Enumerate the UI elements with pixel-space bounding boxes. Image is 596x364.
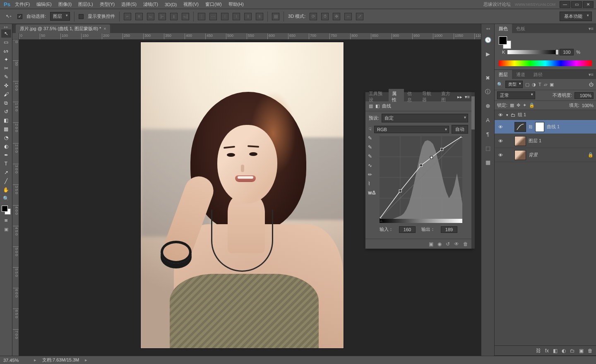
filter-smart-icon[interactable]: ▣ (550, 82, 554, 87)
distribute-4-icon[interactable]: ⫶ (233, 13, 240, 20)
workspace-switcher[interactable]: 基本功能 (560, 12, 592, 21)
dock-char-icon[interactable]: A (483, 115, 493, 125)
distribute-6-icon[interactable]: ⫵ (256, 13, 263, 20)
align-top-icon[interactable]: ⌐ (124, 13, 131, 20)
output-field[interactable]: 189 (441, 226, 457, 233)
properties-scrollbar[interactable] (471, 92, 475, 249)
delete-adjustment-icon[interactable]: 🗑 (463, 241, 468, 247)
zoom-field[interactable]: 37.45% (3, 358, 28, 363)
dock-wheel-icon[interactable]: ☸ (483, 101, 493, 111)
clip-histogram-icon[interactable]: ᴡΔ (368, 190, 376, 196)
show-transform-checkbox[interactable] (79, 14, 84, 19)
align-vcenter-icon[interactable]: ≡ (135, 13, 143, 20)
3d-zoom-icon[interactable]: ⤢ (356, 13, 363, 20)
tab-navigator[interactable]: 导航器 (419, 89, 438, 105)
filter-type-icon[interactable]: T (538, 82, 541, 87)
quick-select-tool[interactable]: ✦ (1, 55, 11, 64)
window-minimize[interactable]: — (560, 1, 570, 8)
quick-mask-icon[interactable]: ◙ (1, 216, 11, 224)
3d-slide-icon[interactable]: ↔ (344, 13, 352, 20)
menu-3d[interactable]: 3D(D) (161, 1, 180, 8)
new-group-icon[interactable]: 🗀 (570, 348, 575, 354)
zoom-tool[interactable]: 🔍 (1, 194, 11, 203)
filter-toggle-icon[interactable]: ⏻ (589, 82, 594, 87)
layer-thumb[interactable] (514, 136, 526, 146)
auto-select-dropdown[interactable]: 图层 (50, 12, 70, 21)
panel-collapse-icon[interactable]: ▸▸ (457, 94, 462, 100)
3d-orbit-icon[interactable]: ⟳ (310, 13, 317, 20)
view-previous-icon[interactable]: ◉ (437, 241, 442, 247)
align-left-icon[interactable]: |⌐ (159, 13, 166, 20)
filter-pixel-icon[interactable]: ▢ (525, 82, 529, 87)
link-icon[interactable]: ⛓ (529, 125, 533, 129)
visibility-toggle[interactable]: 👁 (497, 125, 504, 129)
expand-status-icon[interactable]: ▸ (34, 357, 36, 363)
dock-swatch-icon[interactable]: ▦ (483, 157, 493, 167)
toggle-visibility-icon[interactable]: 👁 (454, 241, 459, 247)
ruler-origin[interactable] (12, 33, 19, 40)
distribute-5-icon[interactable]: ⫴ (244, 13, 252, 20)
tab-histogram[interactable]: 直方图 (438, 89, 457, 105)
edit-points-icon[interactable]: ∿ (368, 163, 376, 168)
blend-mode-dropdown[interactable]: 正常 (497, 91, 535, 99)
menu-image[interactable]: 图像(I) (55, 0, 75, 9)
new-adjustment-icon[interactable]: ◐ (562, 348, 566, 354)
blur-tool[interactable]: ◔ (1, 134, 11, 142)
targeted-adjust-icon[interactable]: ☟ (369, 127, 372, 132)
history-brush-tool[interactable]: ↺ (1, 108, 11, 116)
tab-properties[interactable]: 属性 (389, 89, 404, 105)
dock-history-icon[interactable]: 🕓 (483, 35, 493, 45)
layer-name[interactable]: 背景 (529, 152, 585, 158)
menu-edit[interactable]: 编辑(E) (33, 0, 55, 9)
lock-image-icon[interactable]: ✦ (523, 103, 526, 108)
visibility-toggle[interactable]: 👁 (497, 139, 504, 144)
screen-mode-icon[interactable]: ▣ (1, 225, 11, 233)
smooth-icon[interactable]: ⌇ (368, 181, 376, 187)
distribute-1-icon[interactable]: ⋮ (198, 13, 205, 20)
layer-background[interactable]: 👁 背景 🔒 (495, 148, 596, 162)
menu-filter[interactable]: 滤镜(T) (140, 0, 161, 9)
3d-pan-icon[interactable]: ✥ (333, 13, 340, 20)
stamp-tool[interactable]: ⧉ (1, 99, 11, 107)
filter-shape-icon[interactable]: ▱ (544, 82, 547, 87)
lock-all-icon[interactable]: 🔒 (529, 103, 535, 108)
sample-black-icon[interactable]: ✎ (368, 135, 376, 141)
eraser-tool[interactable]: ◧ (1, 116, 11, 125)
layer-fx-icon[interactable]: fx (545, 348, 549, 354)
type-tool[interactable]: T (1, 160, 11, 168)
curves-graph[interactable] (380, 136, 468, 224)
status-menu-icon[interactable]: ▸ (85, 357, 87, 363)
dock-styles-icon[interactable]: ⬚ (483, 143, 493, 153)
layer-name[interactable]: 组 1 (518, 112, 594, 118)
tab-info[interactable]: 信息 (404, 89, 419, 105)
dock-collapse-icon[interactable]: ◂◂ (481, 26, 494, 31)
layer-name[interactable]: 曲线 1 (547, 124, 594, 130)
pen-tool[interactable]: ✒ (1, 151, 11, 159)
menu-type[interactable]: 类型(Y) (96, 0, 118, 9)
align-hcenter-icon[interactable]: ⫿ (170, 13, 178, 20)
layers-panel-menu-icon[interactable]: ▾≡ (586, 72, 596, 77)
layer-group[interactable]: 👁 ▾ 🗀 组 1 (495, 110, 596, 120)
layer-name[interactable]: 图层 1 (529, 138, 594, 144)
tab-paths[interactable]: 路径 (529, 70, 547, 79)
input-field[interactable]: 160 (399, 226, 416, 233)
menu-help[interactable]: 帮助(H) (225, 0, 247, 9)
fg-bg-swatches[interactable] (499, 36, 511, 49)
channel-dropdown[interactable]: RGB (374, 126, 449, 133)
filter-icon[interactable]: 🔍 (497, 82, 503, 87)
gradient-tool[interactable]: ▦ (1, 125, 11, 133)
delete-layer-icon[interactable]: 🗑 (588, 348, 593, 354)
link-layers-icon[interactable]: ⛓ (536, 348, 541, 354)
sample-white-icon[interactable]: ✎ (368, 153, 376, 159)
k-value-field[interactable]: 100 (560, 49, 574, 55)
reset-icon[interactable]: ↺ (446, 241, 450, 247)
window-maximize[interactable]: ▭ (571, 1, 582, 8)
3d-roll-icon[interactable]: ⥀ (321, 13, 329, 20)
healing-tool[interactable]: ✜ (1, 81, 11, 90)
color-swatches[interactable] (2, 206, 11, 215)
auto-align-icon[interactable]: ▤ (272, 13, 279, 20)
menu-window[interactable]: 窗口(W) (202, 0, 225, 9)
auto-select-checkbox[interactable]: ✓ (17, 14, 22, 19)
draw-curve-icon[interactable]: ✏ (368, 172, 376, 177)
clip-to-layer-icon[interactable]: ▣ (429, 241, 433, 247)
